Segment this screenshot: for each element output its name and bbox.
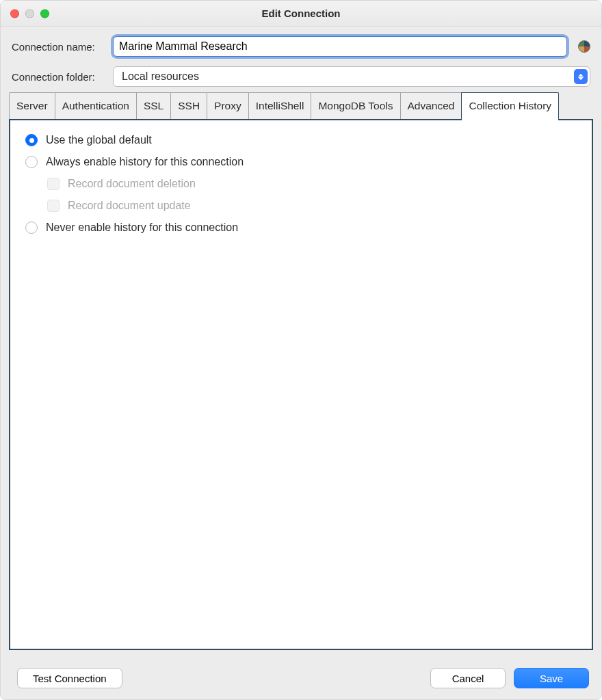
dropdown-caret-icon [574,69,588,84]
zoom-icon[interactable] [40,9,49,18]
dialog-button-bar: Test Connection Cancel Save [1,658,601,699]
tab-bar: Server Authentication SSL SSH Proxy Inte… [9,92,593,119]
minimize-icon [25,9,34,18]
tab-server[interactable]: Server [9,92,55,119]
header-form: Connection name: Connection folder: Loca… [1,27,601,92]
check-record-deletion [47,178,60,190]
close-icon[interactable] [10,9,19,18]
content: Server Authentication SSL SSH Proxy Inte… [1,92,601,658]
tab-ssl[interactable]: SSL [136,92,171,119]
window-controls [10,9,49,18]
titlebar: Edit Connection [1,1,601,27]
radio-use-global-default[interactable] [25,134,38,146]
radio-always-enable[interactable] [25,156,38,168]
connection-folder-value: Local resources [122,70,199,83]
tab-ssh[interactable]: SSH [170,92,207,119]
connection-folder-label: Connection folder: [12,71,106,83]
radio-never-enable-label: Never enable history for this connection [46,221,238,234]
test-connection-button[interactable]: Test Connection [17,668,122,688]
tab-authentication[interactable]: Authentication [55,92,137,119]
radio-always-enable-label: Always enable history for this connectio… [46,156,244,168]
tab-intellishell[interactable]: IntelliShell [248,92,312,119]
tab-advanced[interactable]: Advanced [400,92,462,119]
connection-name-input[interactable] [113,36,567,57]
color-picker-icon[interactable] [578,40,590,53]
tab-collection-history[interactable]: Collection History [461,92,559,120]
window-title: Edit Connection [262,8,341,19]
save-button[interactable]: Save [514,668,589,688]
connection-name-label: Connection name: [12,41,106,53]
edit-connection-window: Edit Connection Connection name: Connect… [0,0,602,700]
collection-history-pane: Use the global default Always enable his… [9,119,593,650]
check-record-update [47,200,60,212]
tab-mongodb-tools[interactable]: MongoDB Tools [311,92,400,119]
cancel-button[interactable]: Cancel [430,668,506,688]
radio-use-global-default-label: Use the global default [46,134,152,146]
tab-proxy[interactable]: Proxy [207,92,249,119]
check-record-deletion-label: Record document deletion [68,178,196,190]
connection-folder-select[interactable]: Local resources [113,66,590,87]
radio-never-enable[interactable] [25,221,38,234]
check-record-update-label: Record document update [68,200,191,212]
